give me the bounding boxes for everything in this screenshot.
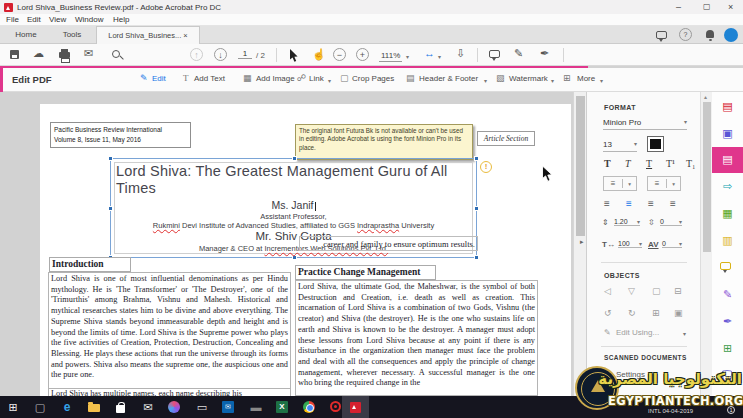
notification-bell-icon[interactable]	[706, 30, 714, 38]
edit-tool-button[interactable]: Edit	[152, 74, 166, 83]
tab-home[interactable]: Home	[4, 26, 48, 44]
menu-view[interactable]: View	[49, 15, 66, 24]
store-icon[interactable]	[116, 405, 125, 413]
arrange-objects-icon[interactable]: ▣	[674, 308, 683, 318]
align-justify-button[interactable]: ≡	[670, 198, 676, 209]
article-title[interactable]: Lord Shiva: The Greatest Management Guru…	[116, 163, 472, 197]
align-objects-icon[interactable]: ⊟	[674, 286, 682, 296]
chrome-icon[interactable]	[303, 401, 315, 413]
author1-line[interactable]: Ms. Janif	[110, 199, 477, 211]
menu-window[interactable]: Window	[75, 15, 103, 24]
align-center-button[interactable]: ≡	[626, 198, 632, 209]
selection-handle[interactable]	[292, 156, 297, 161]
horizontal-scale-select[interactable]: 100 ▾	[618, 240, 642, 248]
crop-object-icon[interactable]: ▢	[652, 286, 661, 296]
tab-close-icon[interactable]: ×	[183, 31, 187, 40]
font-size-select[interactable]: 13 ▾	[603, 140, 637, 152]
protect-icon[interactable]	[722, 370, 732, 382]
organize-pages-icon[interactable]: ▦	[720, 206, 735, 221]
bold-button[interactable]: T	[604, 158, 611, 169]
close-window-button[interactable]: ×	[728, 2, 733, 12]
subscript-button[interactable]: T₁	[686, 158, 696, 169]
tab-tools[interactable]: Tools	[50, 26, 94, 44]
fit-width-icon[interactable]: ↔	[424, 47, 435, 59]
menu-file[interactable]: File	[6, 15, 19, 24]
rotate-left-icon[interactable]: ↺	[604, 308, 612, 318]
sign-tool-icon[interactable]: ✒	[540, 47, 549, 60]
photos-app-icon[interactable]	[168, 401, 180, 413]
selection-handle[interactable]	[474, 255, 479, 260]
watermark-button[interactable]: Watermark	[509, 74, 548, 83]
email-icon[interactable]: ✉	[84, 47, 93, 60]
selection-handle[interactable]	[292, 255, 297, 260]
print-production-icon[interactable]: ⊞	[720, 341, 735, 356]
combine-files-icon[interactable]: ▣	[720, 126, 735, 141]
feedback-bubble-icon[interactable]	[656, 31, 667, 39]
paragraph-spacing-select[interactable]: 0 ▾	[660, 218, 682, 226]
link-caret-icon[interactable]: ▾	[328, 77, 331, 84]
next-page-icon[interactable]: ↓	[214, 48, 227, 61]
add-text-button[interactable]: Add Text	[194, 74, 225, 83]
select-tool-icon[interactable]	[289, 49, 299, 63]
edge-icon[interactable]: e	[60, 400, 74, 414]
zoom-out-icon[interactable]: −	[333, 48, 346, 61]
help-icon[interactable]: ?	[679, 28, 692, 41]
header-footer-caret-icon[interactable]: ▾	[484, 77, 487, 84]
excel-icon[interactable]: X	[276, 401, 288, 413]
scroll-up-icon[interactable]: ▴	[704, 93, 707, 100]
certificates-icon[interactable]: ✒	[720, 314, 735, 329]
pencil-tool-icon[interactable]: ✎	[514, 47, 523, 60]
line-spacing-select[interactable]: 1.20 ▾	[614, 218, 640, 226]
export-pdf-icon[interactable]: ⇨	[720, 179, 735, 194]
previous-page-icon[interactable]: ↑	[190, 48, 203, 61]
fill-sign-icon[interactable]: ✎	[720, 287, 735, 302]
col1-paragraph[interactable]: Lord Shiva is one of most influential de…	[48, 272, 291, 389]
font-warning-icon[interactable]: !	[480, 161, 492, 173]
affiliation-line[interactable]: Rukmini Devi Institute of Advanced Studi…	[110, 221, 477, 230]
edit-tool-icon[interactable]: ✎	[140, 73, 148, 83]
more-icon[interactable]: ⊞	[563, 73, 571, 83]
superscript-button[interactable]: T¹	[666, 158, 675, 169]
replace-object-icon[interactable]: ⊞	[652, 308, 660, 318]
add-text-icon[interactable]: T	[183, 73, 189, 83]
italic-button[interactable]: T	[625, 158, 631, 169]
author1-role[interactable]: Assistant Professor,	[110, 212, 477, 221]
enhance-scans-icon[interactable]: ▥	[720, 233, 735, 248]
font-color-swatch[interactable]	[647, 136, 664, 152]
fit-caret-icon[interactable]: ▾	[438, 53, 441, 60]
comment-tool-icon[interactable]	[489, 50, 500, 58]
rotate-right-icon[interactable]: ↻	[628, 308, 636, 318]
save-icon[interactable]	[10, 50, 19, 59]
scrollbar-thumb[interactable]	[703, 102, 711, 252]
print-icon[interactable]	[59, 52, 70, 58]
article-section-box[interactable]: Article Section	[477, 131, 535, 146]
menu-edit[interactable]: Edit	[27, 15, 41, 24]
kerning-select[interactable]: 0 ▾	[662, 240, 682, 248]
more-button[interactable]: More	[577, 74, 595, 83]
bulleted-list-button[interactable]: ≡ ▾	[603, 176, 637, 191]
screen-recorder-icon[interactable]	[330, 401, 341, 412]
add-image-icon[interactable]: ▦	[243, 73, 252, 83]
comment-rail-icon[interactable]	[720, 262, 731, 270]
dark-app-icon[interactable]: ▬	[249, 400, 263, 414]
panel-collapse-icon[interactable]: ▸	[580, 238, 584, 246]
file-explorer-icon[interactable]	[88, 404, 100, 412]
start-button-icon[interactable]: ⊞	[6, 400, 20, 414]
edit-using-button[interactable]: Edit Using...	[616, 328, 659, 337]
edit-using-caret-icon[interactable]: ▾	[683, 330, 686, 337]
create-pdf-icon[interactable]: ▤	[720, 99, 735, 114]
header-footer-button[interactable]: Header & Footer	[419, 74, 478, 83]
col2-heading[interactable]: Practice Change Management	[295, 265, 436, 280]
crop-pages-button[interactable]: Crop Pages	[352, 74, 394, 83]
add-image-button[interactable]: Add Image	[256, 74, 295, 83]
panel-scrollbar[interactable]: ▴	[700, 92, 712, 396]
acrobat-taskbar-icon[interactable]	[350, 402, 361, 413]
generic-app-icon[interactable]: ▭	[195, 400, 209, 414]
edit-pdf-active-icon[interactable]: ▤	[712, 147, 743, 173]
hand-tool-icon[interactable]: ☝	[312, 48, 326, 61]
tab-document[interactable]: Lord Shiva_Busines... ×	[96, 26, 200, 44]
numbered-list-button[interactable]: ≡ ▾	[647, 176, 681, 191]
header-footer-icon[interactable]: ▤	[406, 73, 415, 83]
zoom-level-value[interactable]: 111%	[379, 51, 402, 62]
page-number-input[interactable]	[238, 49, 252, 59]
